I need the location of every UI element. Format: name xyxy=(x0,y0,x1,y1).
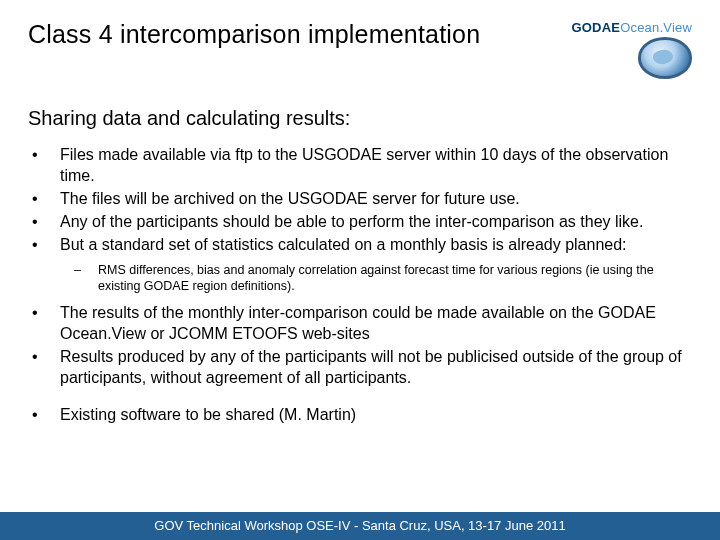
globe-icon xyxy=(638,37,692,79)
list-item: –RMS differences, bias and anomaly corre… xyxy=(74,262,692,295)
brand-light: Ocean.View xyxy=(620,20,692,35)
footer-bar: GOV Technical Workshop OSE-IV - Santa Cr… xyxy=(0,512,720,540)
bullet-text: Results produced by any of the participa… xyxy=(60,346,692,388)
bullet-text: Existing software to be shared (M. Marti… xyxy=(60,404,692,425)
bullet-text: The files will be archived on the USGODA… xyxy=(60,188,692,209)
list-item: •Results produced by any of the particip… xyxy=(32,346,692,388)
bullet-icon: • xyxy=(32,346,60,388)
bullet-icon: • xyxy=(32,144,60,186)
list-item: •But a standard set of statistics calcul… xyxy=(32,234,692,255)
brand-block: GODAEOcean.View xyxy=(571,20,692,79)
bullet-icon: • xyxy=(32,404,60,425)
dash-icon: – xyxy=(74,262,98,295)
brand-bold: GODAE xyxy=(571,20,620,35)
bullet-list-2: •The results of the monthly inter-compar… xyxy=(28,302,692,388)
bullet-text: Files made available via ftp to the USGO… xyxy=(60,144,692,186)
bullet-icon: • xyxy=(32,188,60,209)
bullet-icon: • xyxy=(32,211,60,232)
sub-bullet-text: RMS differences, bias and anomaly correl… xyxy=(98,262,692,295)
bullet-text: But a standard set of statistics calcula… xyxy=(60,234,692,255)
list-item: •Files made available via ftp to the USG… xyxy=(32,144,692,186)
list-item: •Any of the participants should be able … xyxy=(32,211,692,232)
footer-text: GOV Technical Workshop OSE-IV - Santa Cr… xyxy=(154,518,565,533)
bullet-icon: • xyxy=(32,234,60,255)
spacer xyxy=(28,390,692,404)
list-item: •The results of the monthly inter-compar… xyxy=(32,302,692,344)
list-item: •Existing software to be shared (M. Mart… xyxy=(32,404,692,425)
bullet-text: The results of the monthly inter-compari… xyxy=(60,302,692,344)
bullet-list-1: •Files made available via ftp to the USG… xyxy=(28,144,692,256)
list-item: •The files will be archived on the USGOD… xyxy=(32,188,692,209)
slide-title: Class 4 intercomparison implementation xyxy=(28,20,480,49)
header-row: Class 4 intercomparison implementation G… xyxy=(28,20,692,79)
brand-text: GODAEOcean.View xyxy=(571,20,692,35)
bullet-list-3: •Existing software to be shared (M. Mart… xyxy=(28,404,692,425)
sub-bullet-list: –RMS differences, bias and anomaly corre… xyxy=(28,262,692,295)
slide: Class 4 intercomparison implementation G… xyxy=(0,0,720,426)
bullet-icon: • xyxy=(32,302,60,344)
bullet-text: Any of the participants should be able t… xyxy=(60,211,692,232)
slide-subtitle: Sharing data and calculating results: xyxy=(28,107,692,130)
